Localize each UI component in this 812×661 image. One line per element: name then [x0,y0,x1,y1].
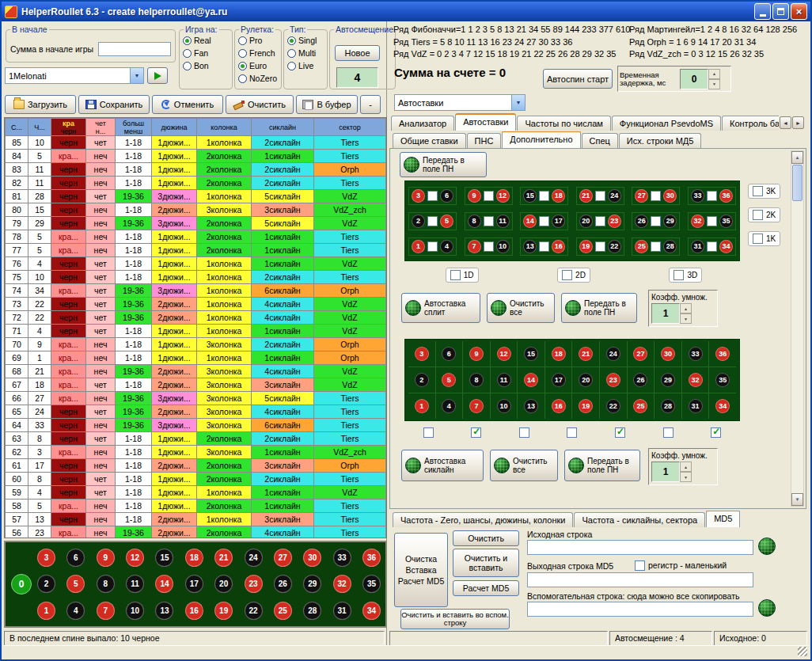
toolbar-button-2[interactable]: Сохранить [78,95,150,114]
board-number-34[interactable]: 34 [362,602,381,620]
preset-combobox[interactable]: 1Melonati ▼ [5,67,144,84]
bet-number-24[interactable]: 24 [608,189,621,203]
board-number-21[interactable]: 21 [214,549,233,567]
bet-number-19[interactable]: 19 [579,399,593,413]
play-button[interactable] [147,67,168,84]
checkbox-icon[interactable] [753,186,763,196]
bet-number-14[interactable]: 14 [523,215,537,228]
bet-number-17[interactable]: 17 [552,373,566,387]
spin-up-button[interactable]: ▲ [680,462,692,472]
radio-option-Euro[interactable]: Euro [235,59,281,72]
bet-number-19[interactable]: 19 [579,240,593,253]
split-checkbox[interactable] [484,241,494,252]
bet-number-25[interactable]: 25 [635,240,648,253]
board-number-35[interactable]: 35 [362,575,381,593]
bet-number-29[interactable]: 29 [663,215,677,228]
bet-number-7[interactable]: 7 [469,399,484,413]
board-number-17[interactable]: 17 [185,575,203,593]
tabs-bottom-tab-2[interactable]: Частота - сиклайны, сектора [574,512,705,527]
split-checkbox[interactable] [427,241,438,252]
bet-number-9[interactable]: 9 [469,347,484,361]
split-checkbox[interactable] [651,216,661,226]
bet-number-31[interactable]: 31 [691,240,704,253]
bet-number-13[interactable]: 13 [523,240,537,253]
split-checkbox[interactable] [484,216,494,226]
board-number-31[interactable]: 31 [333,602,351,620]
chevron-down-icon[interactable]: ▼ [511,95,525,110]
bet-number-7[interactable]: 7 [468,240,481,253]
bet-number-28[interactable]: 28 [663,240,677,253]
bet-number-21[interactable]: 21 [579,347,593,361]
spin-up-button[interactable]: ▲ [680,303,692,313]
minimize-button[interactable] [754,3,771,20]
bet-number-5[interactable]: 5 [440,215,453,228]
md5-clear-button[interactable]: Очистить [453,530,519,546]
toolbar-button-3[interactable]: Отменить [152,95,223,114]
bet-number-9[interactable]: 9 [468,189,481,203]
bet-number-20[interactable]: 20 [579,373,593,387]
column-check-1K[interactable]: 1K [748,231,780,246]
autobets-combobox[interactable]: Автоставки ▼ [394,94,526,111]
checkbox-icon[interactable] [753,210,763,220]
toolbar-button-4[interactable]: Очистить [226,95,294,114]
sixline-checkbox-5[interactable] [615,427,625,438]
dozen-check-3D[interactable]: 3D [669,268,702,283]
bet-number-33[interactable]: 33 [689,347,703,361]
bet-number-32[interactable]: 32 [691,215,704,228]
tabs-sub-tab-1[interactable]: Общие ставки [393,133,466,148]
checkbox-icon[interactable] [674,270,684,280]
board-number-22[interactable]: 22 [245,602,263,620]
bet-number-15[interactable]: 15 [523,189,537,203]
board-number-9[interactable]: 9 [97,549,115,567]
sixline-checkbox-6[interactable] [663,427,674,438]
radio-option-Live[interactable]: Live [284,59,327,72]
dozen-check-2D[interactable]: 2D [557,268,590,283]
bet-number-5[interactable]: 5 [442,373,456,387]
bet-number-22[interactable]: 22 [608,240,621,253]
sixline-checkbox-1[interactable] [423,427,434,438]
bet-number-30[interactable]: 30 [663,189,677,203]
tabs-sub-tab-3[interactable]: Дополнительно [502,131,580,148]
split-checkbox[interactable] [651,191,661,201]
bet-number-30[interactable]: 30 [661,347,675,361]
bet-number-22[interactable]: 22 [606,399,620,413]
md5-source-transfer-button[interactable] [758,538,776,555]
bet-number-34[interactable]: 34 [715,399,730,413]
split-checkbox[interactable] [707,191,717,201]
bet-number-16[interactable]: 16 [552,240,565,253]
bet-number-18[interactable]: 18 [552,189,565,203]
bet-number-8[interactable]: 8 [468,215,481,228]
spin-up-button[interactable]: ▲ [708,69,720,79]
board-number-2[interactable]: 2 [37,575,55,593]
tabs-bottom-tab-3[interactable]: MD5 [706,511,740,527]
transfer-to-pn-button[interactable]: Передать в поле ПН [400,152,487,177]
new-button[interactable]: Новое [335,45,380,61]
board-number-14[interactable]: 14 [155,575,173,593]
bet-number-33[interactable]: 33 [691,189,704,203]
bet-number-29[interactable]: 29 [661,373,675,387]
bet-number-8[interactable]: 8 [469,373,484,387]
sixline-checkbox-3[interactable] [519,427,529,438]
scroll-thumb[interactable] [792,165,803,201]
bet-number-14[interactable]: 14 [524,373,538,387]
bet-number-34[interactable]: 34 [719,240,733,253]
board-number-19[interactable]: 19 [214,602,233,620]
checkbox-icon[interactable] [753,234,763,244]
autobet-sixline-button[interactable]: Автоставка сиклайн [401,450,484,481]
board-zero[interactable]: 0 [11,574,32,595]
toolbar-button-1[interactable]: Загрузить [5,95,76,114]
register-checkbox[interactable]: регистр - маленький [635,559,727,572]
md5-aux-input[interactable] [527,602,753,617]
tabs-scroll-right-button[interactable]: ► [792,116,804,129]
board-number-8[interactable]: 8 [97,575,115,593]
bet-number-12[interactable]: 12 [497,347,511,361]
bet-number-3[interactable]: 3 [412,189,425,203]
board-number-33[interactable]: 33 [333,549,351,567]
chevron-down-icon[interactable]: ▼ [130,68,143,83]
toolbar-button-6[interactable]: - [360,95,381,114]
md5-clear-paste-aux-button[interactable]: Очистить и вставить во вспом. строку [400,609,510,629]
bet-number-10[interactable]: 10 [497,399,511,413]
bet-number-13[interactable]: 13 [524,399,538,413]
split-checkbox[interactable] [427,216,438,226]
bet-number-23[interactable]: 23 [608,215,621,228]
